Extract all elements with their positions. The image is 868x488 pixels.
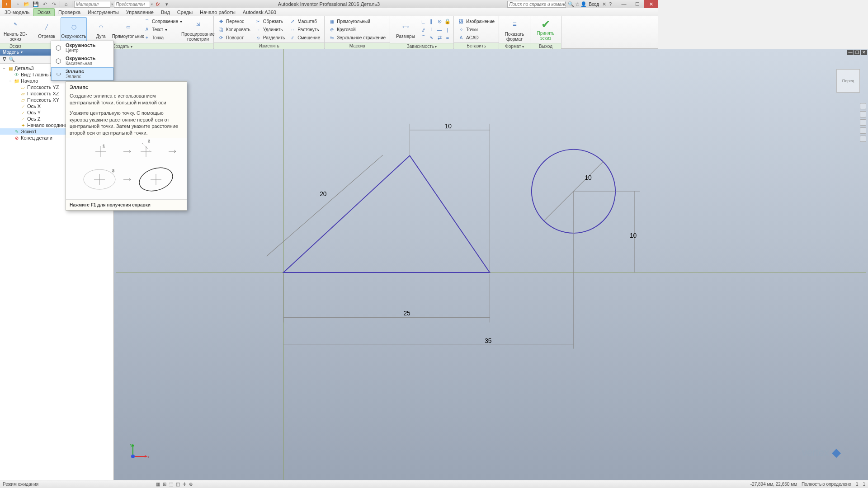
find-icon[interactable]: 🔍 <box>9 56 15 62</box>
circle-icon: ◯ <box>54 43 63 52</box>
constraint-coincident-icon[interactable]: ∟ <box>420 18 427 25</box>
tab-environments[interactable]: Среды <box>174 9 196 16</box>
app-logo[interactable]: I <box>2 0 11 8</box>
dropdown-item[interactable]: ◯ОкружностьЦентр <box>51 41 113 54</box>
panel-modify: Изменить <box>214 42 324 49</box>
tooltip-desc: Создание эллипса с использованием центра… <box>66 91 187 108</box>
tab-manage[interactable]: Управление <box>123 9 157 16</box>
circle-button[interactable]: ◯Окружность <box>61 17 87 42</box>
constraint-vertical-icon[interactable]: | <box>444 26 451 33</box>
help-icon[interactable]: ? <box>607 1 613 7</box>
acad-button[interactable]: AACAD <box>456 33 496 42</box>
qat-separator <box>72 1 72 7</box>
pattern-circ-button[interactable]: ⊚Круговой <box>327 25 387 33</box>
constraint-perpendicular-icon[interactable]: ⊥ <box>428 26 435 33</box>
tab-3d-model[interactable]: 3D-модель <box>1 9 33 16</box>
open-icon[interactable]: 📂 <box>23 0 31 8</box>
dropdown-item[interactable]: ⬭ЭллипсЭллипс <box>51 67 113 80</box>
maximize-button[interactable]: ☐ <box>631 0 644 8</box>
user-icon[interactable]: 👤 <box>580 1 587 7</box>
tab-get-started[interactable]: Начало работы <box>196 9 239 16</box>
dimension-button[interactable]: ⟷Размеры <box>392 17 419 42</box>
extend-button[interactable]: →Удлинить <box>253 25 287 33</box>
arc-button[interactable]: ◠Дуга <box>88 17 114 42</box>
close-button[interactable]: ✕ <box>644 0 658 8</box>
split-icon: ⎋ <box>255 34 261 41</box>
constraint-concentric-icon[interactable]: ⊙ <box>436 18 443 25</box>
tab-tools[interactable]: Инструменты <box>84 9 123 16</box>
filter-icon[interactable]: ∇ <box>3 56 6 62</box>
minimize-button[interactable]: — <box>617 0 631 8</box>
tooltip-title: Эллипс <box>66 82 187 91</box>
redo-icon[interactable]: ↷ <box>50 0 58 8</box>
fx-icon[interactable]: fx <box>154 0 162 8</box>
search-icon[interactable]: 🔍 <box>568 1 574 7</box>
dim-25: 25 <box>403 310 410 317</box>
ellipse-icon: ⬭ <box>54 70 63 79</box>
home-icon[interactable]: ⌂ <box>62 0 70 8</box>
stretch-button[interactable]: ↔Растянуть <box>288 25 322 33</box>
mirror-button[interactable]: ⇋Зеркальное отражение <box>327 33 387 42</box>
start-2d-sketch-label: Начать 2D-эскиз <box>2 32 28 42</box>
constraint-symmetric-icon[interactable]: ⇄ <box>436 34 443 42</box>
mirror-icon: ⇋ <box>329 34 335 41</box>
copy-button[interactable]: ⿻Копировать <box>216 25 252 33</box>
panel-format[interactable]: Формат <box>499 43 530 49</box>
ellipse-tooltip: Эллипс Создание эллипса с использованием… <box>66 81 187 211</box>
save-icon[interactable]: 💾 <box>32 0 40 8</box>
ribbon-tabs: 3D-модель Эскиз Проверка Инструменты Упр… <box>0 8 658 16</box>
move-button[interactable]: ✥Перенос <box>216 17 252 25</box>
tab-a360[interactable]: Autodesk A360 <box>239 9 280 16</box>
constraint-tangent-icon[interactable]: ⌒ <box>420 34 427 42</box>
svg-line-4 <box>142 143 151 151</box>
split-button[interactable]: ⎋Разделить <box>253 33 287 42</box>
finish-sketch-button[interactable]: ✔Принять эскиз <box>533 17 559 42</box>
trim-button[interactable]: ✂Обрезать <box>253 17 287 25</box>
quick-access-toolbar: I ▫ 📂 💾 ↶ ↷ ⌂ Материал ▾ Представлен ▾ f… <box>0 0 171 8</box>
sketch-canvas[interactable]: — ❐ ✕ 20 10 10 10 25 35 Перед <box>114 49 658 370</box>
acad-icon: A <box>458 34 464 41</box>
points-button[interactable]: ⁘Точки <box>456 25 496 33</box>
favorites-icon[interactable]: ☆ <box>574 1 580 7</box>
start-2d-sketch-button[interactable]: ✎ Начать 2D-эскиз <box>2 17 28 42</box>
project-geometry-button[interactable]: ⇲Проецирование геометрии <box>185 17 211 42</box>
dropdown-item[interactable]: ◯ОкружностьКасательная <box>51 54 113 67</box>
material-combo[interactable]: Материал <box>74 1 110 8</box>
constraint-collinear-icon[interactable]: ∥ <box>428 18 435 25</box>
tab-view[interactable]: Вид <box>157 9 174 16</box>
constraint-horizontal-icon[interactable]: — <box>436 26 443 33</box>
panel-pattern: Массив <box>325 42 390 49</box>
constraint-fix-icon[interactable]: 🔒 <box>444 18 451 25</box>
fillet-button[interactable]: ⌒Сопряжение ▾ <box>142 18 184 26</box>
constraint-equal-icon[interactable]: = <box>444 34 451 42</box>
rotate-button[interactable]: ⟳Поворот <box>216 33 252 42</box>
line-button[interactable]: ╱Отрезок <box>33 17 60 42</box>
appearance-combo[interactable]: Представлен <box>114 1 150 8</box>
constraint-smooth-icon[interactable]: ∿ <box>428 34 435 42</box>
undo-icon[interactable]: ↶ <box>41 0 49 8</box>
offset-button[interactable]: ⫽Смещение <box>288 33 322 42</box>
image-button[interactable]: 🖼Изображение <box>456 17 496 25</box>
exchange-icon[interactable]: ✕ <box>601 1 607 7</box>
login-link[interactable]: Вход <box>589 2 599 7</box>
text-button[interactable]: AТекст ▾ <box>142 26 184 34</box>
rectangle-button[interactable]: ▭Прямоугольник <box>115 17 141 42</box>
tab-inspect[interactable]: Проверка <box>55 9 84 16</box>
extend-icon: → <box>255 26 261 33</box>
constraint-parallel-icon[interactable]: ⫽ <box>420 26 427 33</box>
svg-line-17 <box>267 155 383 256</box>
scale-button[interactable]: ⤢Масштаб <box>288 17 322 25</box>
qat-separator <box>60 1 60 7</box>
show-format-button[interactable]: ☰Показать формат <box>501 17 528 42</box>
tab-sketch[interactable]: Эскиз <box>33 8 54 16</box>
help-search-input[interactable] <box>507 1 566 8</box>
new-icon[interactable]: ▫ <box>14 0 22 8</box>
point-button[interactable]: +Точка <box>142 34 184 42</box>
fillet-icon: ⌒ <box>144 19 150 25</box>
dim-10-top: 10 <box>445 122 452 130</box>
pattern-rect-button[interactable]: ▦Прямоугольный <box>327 17 387 25</box>
panel-constrain[interactable]: Зависимость <box>390 43 453 49</box>
qat-more-icon[interactable]: ▾ <box>163 0 171 8</box>
svg-text:1: 1 <box>103 144 105 148</box>
scale-icon: ⤢ <box>289 18 296 24</box>
